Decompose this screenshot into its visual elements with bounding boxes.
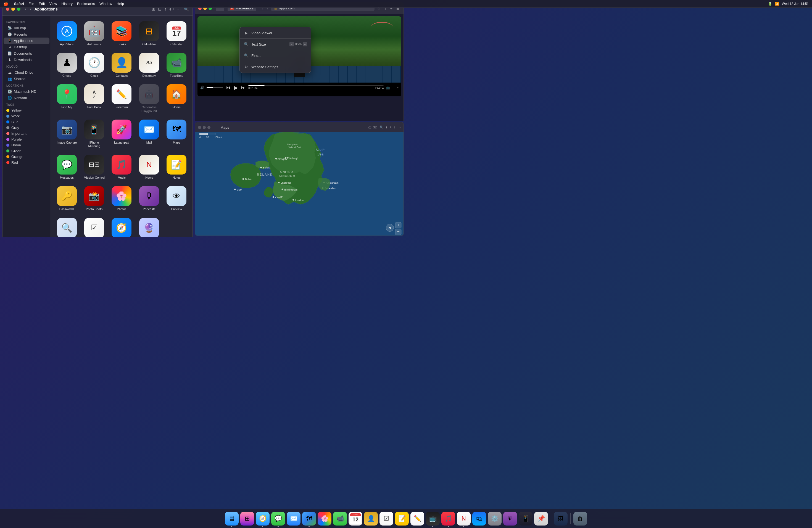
app-name[interactable]: Safari xyxy=(14,2,24,6)
app-item-calendar[interactable]: JUL 17 Calendar xyxy=(164,19,189,48)
volume-bar[interactable] xyxy=(207,87,223,88)
app-item-maps[interactable]: 🗺 Maps xyxy=(164,117,189,150)
app-item-find-my[interactable]: 📍 Find My xyxy=(54,82,79,115)
sidebar-item-documents[interactable]: 📄 Documents xyxy=(4,50,49,57)
app-item-clock[interactable]: 🕐 Clock xyxy=(82,50,106,80)
app-item-image-capture[interactable]: 📷 Image Capture xyxy=(54,117,79,150)
tag-green[interactable]: Green xyxy=(2,148,50,154)
app-item-photos[interactable]: 🌸 Photos xyxy=(109,184,134,213)
tag-important[interactable]: Important xyxy=(2,131,50,136)
app-item-launchpad[interactable]: 🚀 Launchpad xyxy=(109,117,134,150)
fullscreen-icon[interactable]: ⛶ xyxy=(392,86,395,89)
menu-bookmarks[interactable]: Bookmarks xyxy=(77,2,95,6)
time-display: 0:01:34 1:44:04 xyxy=(248,87,383,90)
context-menu-item-text-size[interactable]: 🔍 Text Size − 85% + xyxy=(240,40,311,49)
sidebar-item-icloud-drive[interactable]: ☁ iCloud Drive xyxy=(4,69,49,76)
app-item-app-store[interactable]: A App Store xyxy=(54,19,79,48)
app-item-passwords[interactable]: 🔑 Passwords xyxy=(54,184,79,213)
sidebar-item-network[interactable]: 🌐 Network xyxy=(4,95,49,101)
app-item-font-book[interactable]: A A Font Book xyxy=(82,82,106,115)
app-item-preview[interactable]: 👁 Preview xyxy=(164,184,189,213)
app-item-siri[interactable]: 🔮 Siri xyxy=(136,216,162,237)
tag-work[interactable]: Work xyxy=(2,113,50,119)
menu-file[interactable]: File xyxy=(28,2,34,6)
app-item-news[interactable]: N News xyxy=(136,152,162,182)
maps-info-icon[interactable]: ℹ xyxy=(386,126,387,129)
maps-location-icon[interactable]: ◎ xyxy=(368,126,371,129)
app-item-contacts[interactable]: 👤 Contacts xyxy=(109,50,134,80)
app-item-messages[interactable]: 💬 Messages xyxy=(54,152,79,182)
app-item-home[interactable]: 🏠 Home xyxy=(164,82,189,115)
maps-tl-3[interactable] xyxy=(207,126,211,129)
app-item-dictionary[interactable]: Aa Dictionary xyxy=(136,50,162,80)
sidebar-item-shared[interactable]: 👥 Shared xyxy=(4,76,49,82)
app-item-mail[interactable]: ✉️ Mail xyxy=(136,117,162,150)
more-icon[interactable]: » xyxy=(396,86,398,89)
app-item-reminders[interactable]: ☑ Reminders xyxy=(82,216,106,237)
app-item-spotlight[interactable]: 🔍 Spotlight xyxy=(54,216,79,237)
sidebar-item-recents[interactable]: 🕐 Recents xyxy=(4,31,49,38)
app-label: Contacts xyxy=(116,74,128,78)
app-item-facetime[interactable]: 📹 FaceTime xyxy=(164,50,189,80)
rewind-btn[interactable]: ⏮ xyxy=(226,85,231,91)
app-item-iphone-mirroring[interactable]: 📱 iPhone Mirroring xyxy=(82,117,106,150)
tag-blue[interactable]: Blue xyxy=(2,119,50,125)
sidebar-item-desktop[interactable]: 🖥 Desktop xyxy=(4,44,49,50)
menu-view[interactable]: View xyxy=(49,2,57,6)
maps-more-icon[interactable]: ⋯ xyxy=(397,126,401,129)
app-item-automator[interactable]: 🤖 Automator xyxy=(82,19,106,48)
app-item-mission-control[interactable]: ⊟⊟ Mission Control xyxy=(82,152,106,182)
play-btn[interactable]: ▶ xyxy=(233,84,238,91)
menu-help[interactable]: Help xyxy=(117,2,124,6)
app-item-podcasts[interactable]: 🎙 Podcasts xyxy=(136,184,162,213)
svg-text:Cardiff: Cardiff xyxy=(275,196,283,199)
tag-label: Orange xyxy=(11,155,23,159)
app-item-safari[interactable]: 🧭 Safari xyxy=(109,216,134,237)
tag-red[interactable]: Red xyxy=(2,160,50,165)
hd-icon: 💽 xyxy=(8,89,12,93)
tag-gray[interactable]: Gray xyxy=(2,125,50,131)
app-item-freeform[interactable]: ✏️ Freeform xyxy=(109,82,134,115)
sidebar-item-applications[interactable]: 📱 Applications xyxy=(4,38,49,44)
app-item-generative[interactable]: 🤖 Generative Playground xyxy=(136,82,162,115)
svg-text:Cairngorms: Cairngorms xyxy=(287,143,298,146)
app-item-music[interactable]: 🎵 Music xyxy=(109,152,134,182)
app-item-calculator[interactable]: ⊞ Calculator xyxy=(136,19,162,48)
tag-home[interactable]: Home xyxy=(2,142,50,148)
app-item-photo-booth[interactable]: 📸 Photo Booth xyxy=(82,184,106,213)
maps-tl-1[interactable] xyxy=(198,126,201,129)
text-size-decrease[interactable]: − xyxy=(289,42,294,46)
app-item-notes[interactable]: 📝 Notes xyxy=(164,152,189,182)
extra-controls: 📺 ⛶ » xyxy=(386,86,398,89)
text-size-increase[interactable]: + xyxy=(303,42,307,46)
menu-edit[interactable]: Edit xyxy=(39,2,45,6)
app-icon-facetime: 📹 xyxy=(166,53,186,73)
tag-label: Gray xyxy=(11,126,19,130)
airplay-icon[interactable]: 📺 xyxy=(386,86,390,89)
app-item-books[interactable]: 📚 Books xyxy=(109,19,134,48)
maps-add-icon[interactable]: + xyxy=(389,126,391,129)
tag-yellow[interactable]: Yellow xyxy=(2,107,50,113)
maps-tl-2[interactable] xyxy=(203,126,206,129)
maps-search-icon[interactable]: 🔍 xyxy=(379,126,383,129)
menu-window[interactable]: Window xyxy=(99,2,112,6)
current-time: 0:01:34 xyxy=(248,87,257,90)
context-menu-item-video-viewer[interactable]: ▶ Video Viewer xyxy=(240,28,311,38)
progress-section: 0:01:34 1:44:04 xyxy=(248,85,383,90)
apple-menu[interactable]: 🍎 xyxy=(3,1,9,6)
sidebar-item-macintosh-hd[interactable]: 💽 Macintosh HD xyxy=(4,88,49,95)
sidebar-item-downloads[interactable]: ⬇ Downloads xyxy=(4,57,49,63)
app-label: Photo Booth xyxy=(86,207,103,211)
app-item-chess[interactable]: ♟ Chess xyxy=(54,50,79,80)
fast-forward-btn[interactable]: ⏭ xyxy=(241,85,246,91)
tag-purple[interactable]: Purple xyxy=(2,136,50,142)
maps-3d-btn[interactable]: 3D xyxy=(373,126,377,129)
context-menu-item-website-settings[interactable]: ⚙ Website Settings... xyxy=(240,62,311,72)
tag-orange[interactable]: Orange xyxy=(2,154,50,160)
menu-history[interactable]: History xyxy=(61,2,72,6)
context-menu-item-find[interactable]: 🔍 Find... xyxy=(240,51,311,60)
progress-bar[interactable] xyxy=(248,85,383,86)
maps-share-icon[interactable]: ↑ xyxy=(394,126,395,129)
app-icon-reminders: ☑ xyxy=(84,218,104,237)
sidebar-item-airdrop[interactable]: 📡 AirDrop xyxy=(4,25,49,31)
